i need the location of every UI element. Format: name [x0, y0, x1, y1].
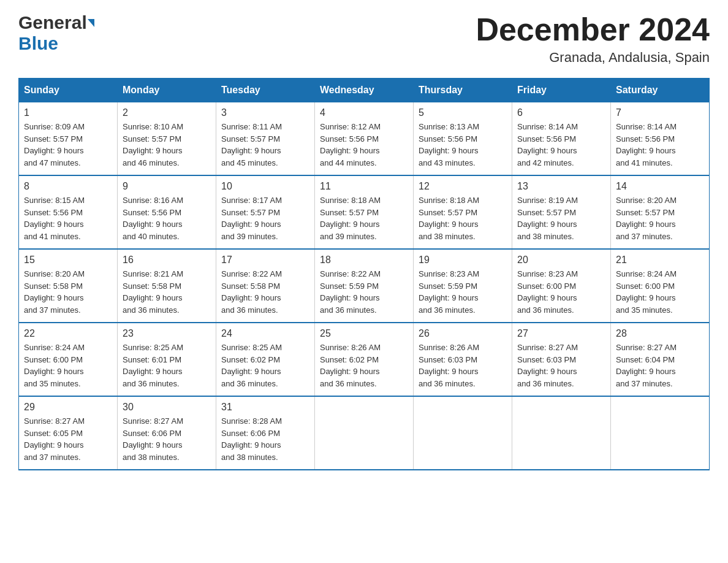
day-number: 17 — [221, 255, 309, 266]
calendar-week-row: 22 Sunrise: 8:24 AMSunset: 6:00 PMDaylig… — [19, 323, 710, 396]
day-info: Sunrise: 8:12 AMSunset: 5:56 PMDaylight:… — [320, 121, 408, 169]
logo-arrow-icon — [88, 19, 94, 27]
day-number: 26 — [419, 328, 507, 339]
calendar-day-cell: 30 Sunrise: 8:27 AMSunset: 6:06 PMDaylig… — [118, 396, 216, 470]
day-number: 5 — [419, 107, 507, 118]
calendar-day-cell — [414, 396, 512, 470]
day-info: Sunrise: 8:25 AMSunset: 6:01 PMDaylight:… — [123, 342, 211, 389]
calendar-day-cell: 13 Sunrise: 8:19 AMSunset: 5:57 PMDaylig… — [512, 175, 611, 249]
calendar-day-cell: 16 Sunrise: 8:21 AMSunset: 5:58 PMDaylig… — [118, 249, 216, 323]
page-subtitle: Granada, Andalusia, Spain — [476, 50, 710, 66]
day-number: 14 — [616, 181, 704, 192]
day-number: 6 — [517, 107, 605, 118]
page-title: December 2024 — [476, 12, 710, 47]
calendar-day-cell: 18 Sunrise: 8:22 AMSunset: 5:59 PMDaylig… — [315, 249, 414, 323]
day-info: Sunrise: 8:13 AMSunset: 5:56 PMDaylight:… — [419, 121, 507, 169]
calendar-day-cell: 11 Sunrise: 8:18 AMSunset: 5:57 PMDaylig… — [315, 175, 414, 249]
calendar-day-cell: 28 Sunrise: 8:27 AMSunset: 6:04 PMDaylig… — [611, 323, 710, 396]
day-number: 31 — [221, 402, 309, 413]
calendar-day-cell — [315, 396, 414, 470]
logo-general-text: General — [18, 12, 87, 33]
day-info: Sunrise: 8:23 AMSunset: 6:00 PMDaylight:… — [517, 268, 605, 316]
title-block: December 2024 Granada, Andalusia, Spain — [476, 12, 710, 66]
day-info: Sunrise: 8:15 AMSunset: 5:56 PMDaylight:… — [24, 194, 112, 242]
calendar-day-cell: 8 Sunrise: 8:15 AMSunset: 5:56 PMDayligh… — [19, 175, 118, 249]
calendar-day-cell: 31 Sunrise: 8:28 AMSunset: 6:06 PMDaylig… — [216, 396, 315, 470]
calendar-header-row: SundayMondayTuesdayWednesdayThursdayFrid… — [19, 79, 710, 102]
day-info: Sunrise: 8:27 AMSunset: 6:06 PMDaylight:… — [123, 415, 211, 463]
day-number: 19 — [419, 255, 507, 266]
calendar-day-cell: 21 Sunrise: 8:24 AMSunset: 6:00 PMDaylig… — [611, 249, 710, 323]
calendar-day-header: Sunday — [19, 79, 118, 102]
day-info: Sunrise: 8:10 AMSunset: 5:57 PMDaylight:… — [123, 121, 211, 169]
day-info: Sunrise: 8:18 AMSunset: 5:57 PMDaylight:… — [320, 194, 408, 242]
calendar-day-cell: 7 Sunrise: 8:14 AMSunset: 5:56 PMDayligh… — [611, 102, 710, 176]
day-number: 1 — [24, 107, 112, 118]
day-info: Sunrise: 8:20 AMSunset: 5:57 PMDaylight:… — [616, 194, 704, 242]
day-info: Sunrise: 8:25 AMSunset: 6:02 PMDaylight:… — [221, 342, 309, 389]
day-info: Sunrise: 8:24 AMSunset: 6:00 PMDaylight:… — [24, 342, 112, 389]
day-number: 8 — [24, 181, 112, 192]
calendar-day-cell: 14 Sunrise: 8:20 AMSunset: 5:57 PMDaylig… — [611, 175, 710, 249]
calendar-week-row: 8 Sunrise: 8:15 AMSunset: 5:56 PMDayligh… — [19, 175, 710, 249]
day-number: 4 — [320, 107, 408, 118]
day-info: Sunrise: 8:19 AMSunset: 5:57 PMDaylight:… — [517, 194, 605, 242]
day-number: 12 — [419, 181, 507, 192]
calendar-day-cell: 22 Sunrise: 8:24 AMSunset: 6:00 PMDaylig… — [19, 323, 118, 396]
day-number: 29 — [24, 402, 112, 413]
day-info: Sunrise: 8:22 AMSunset: 5:58 PMDaylight:… — [221, 268, 309, 316]
calendar-day-cell: 4 Sunrise: 8:12 AMSunset: 5:56 PMDayligh… — [315, 102, 414, 176]
day-info: Sunrise: 8:26 AMSunset: 6:03 PMDaylight:… — [419, 342, 507, 389]
day-number: 18 — [320, 255, 408, 266]
day-info: Sunrise: 8:27 AMSunset: 6:03 PMDaylight:… — [517, 342, 605, 389]
calendar-table: SundayMondayTuesdayWednesdayThursdayFrid… — [18, 78, 710, 470]
day-info: Sunrise: 8:21 AMSunset: 5:58 PMDaylight:… — [123, 268, 211, 316]
calendar-day-cell: 29 Sunrise: 8:27 AMSunset: 6:05 PMDaylig… — [19, 396, 118, 470]
calendar-day-cell: 26 Sunrise: 8:26 AMSunset: 6:03 PMDaylig… — [414, 323, 512, 396]
calendar-day-header: Tuesday — [216, 79, 315, 102]
calendar-day-cell: 19 Sunrise: 8:23 AMSunset: 5:59 PMDaylig… — [414, 249, 512, 323]
page-header: General Blue December 2024 Granada, Anda… — [18, 12, 710, 66]
calendar-day-cell: 12 Sunrise: 8:18 AMSunset: 5:57 PMDaylig… — [414, 175, 512, 249]
calendar-day-cell: 17 Sunrise: 8:22 AMSunset: 5:58 PMDaylig… — [216, 249, 315, 323]
calendar-day-cell: 25 Sunrise: 8:26 AMSunset: 6:02 PMDaylig… — [315, 323, 414, 396]
calendar-day-header: Wednesday — [315, 79, 414, 102]
calendar-day-header: Friday — [512, 79, 611, 102]
calendar-day-cell: 24 Sunrise: 8:25 AMSunset: 6:02 PMDaylig… — [216, 323, 315, 396]
day-number: 3 — [221, 107, 309, 118]
calendar-day-cell: 1 Sunrise: 8:09 AMSunset: 5:57 PMDayligh… — [19, 102, 118, 176]
day-number: 11 — [320, 181, 408, 192]
calendar-day-cell: 3 Sunrise: 8:11 AMSunset: 5:57 PMDayligh… — [216, 102, 315, 176]
day-number: 21 — [616, 255, 704, 266]
day-number: 22 — [24, 328, 112, 339]
calendar-day-cell: 27 Sunrise: 8:27 AMSunset: 6:03 PMDaylig… — [512, 323, 611, 396]
calendar-day-cell: 20 Sunrise: 8:23 AMSunset: 6:00 PMDaylig… — [512, 249, 611, 323]
day-info: Sunrise: 8:27 AMSunset: 6:04 PMDaylight:… — [616, 342, 704, 389]
day-number: 27 — [517, 328, 605, 339]
day-number: 15 — [24, 255, 112, 266]
day-number: 2 — [123, 107, 211, 118]
day-number: 10 — [221, 181, 309, 192]
calendar-day-cell: 23 Sunrise: 8:25 AMSunset: 6:01 PMDaylig… — [118, 323, 216, 396]
day-number: 25 — [320, 328, 408, 339]
day-info: Sunrise: 8:09 AMSunset: 5:57 PMDaylight:… — [24, 121, 112, 169]
day-info: Sunrise: 8:18 AMSunset: 5:57 PMDaylight:… — [419, 194, 507, 242]
day-number: 13 — [517, 181, 605, 192]
day-info: Sunrise: 8:17 AMSunset: 5:57 PMDaylight:… — [221, 194, 309, 242]
calendar-day-cell: 10 Sunrise: 8:17 AMSunset: 5:57 PMDaylig… — [216, 175, 315, 249]
calendar-day-cell: 15 Sunrise: 8:20 AMSunset: 5:58 PMDaylig… — [19, 249, 118, 323]
day-number: 28 — [616, 328, 704, 339]
day-info: Sunrise: 8:20 AMSunset: 5:58 PMDaylight:… — [24, 268, 112, 316]
calendar-day-cell — [611, 396, 710, 470]
day-number: 7 — [616, 107, 704, 118]
calendar-day-cell: 2 Sunrise: 8:10 AMSunset: 5:57 PMDayligh… — [118, 102, 216, 176]
day-info: Sunrise: 8:24 AMSunset: 6:00 PMDaylight:… — [616, 268, 704, 316]
calendar-day-header: Monday — [118, 79, 216, 102]
calendar-day-header: Thursday — [414, 79, 512, 102]
day-number: 30 — [123, 402, 211, 413]
calendar-week-row: 1 Sunrise: 8:09 AMSunset: 5:57 PMDayligh… — [19, 102, 710, 176]
calendar-day-cell: 9 Sunrise: 8:16 AMSunset: 5:56 PMDayligh… — [118, 175, 216, 249]
logo-blue-text: Blue — [18, 33, 58, 54]
calendar-day-cell: 6 Sunrise: 8:14 AMSunset: 5:56 PMDayligh… — [512, 102, 611, 176]
day-info: Sunrise: 8:14 AMSunset: 5:56 PMDaylight:… — [616, 121, 704, 169]
